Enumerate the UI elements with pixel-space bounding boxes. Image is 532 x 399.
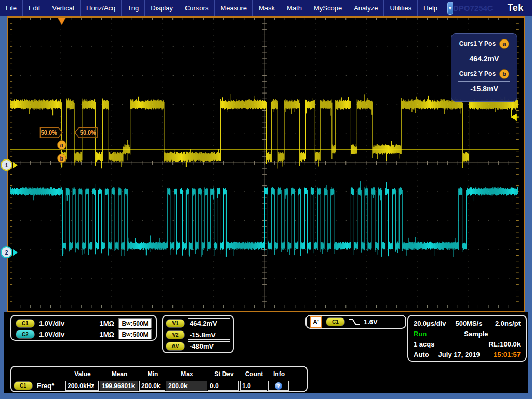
trigger-a-label[interactable]: A' <box>310 316 322 328</box>
v1-value: 464.2mV <box>188 318 230 328</box>
col-header-max: Max <box>166 370 208 378</box>
bw-value: :500M <box>131 320 149 327</box>
trigger-position-marker[interactable] <box>58 18 66 25</box>
menu-vertical[interactable]: Vertical <box>46 0 81 16</box>
menu-bar: File Edit Vertical Horiz/Acq Trig Displa… <box>0 0 532 16</box>
meas-value: 200.0kHz <box>65 381 99 391</box>
trigger-source-badge[interactable]: C1 <box>326 317 345 326</box>
bw-sub: W <box>126 332 131 337</box>
scope-model-watermark: DPO7254C <box>453 4 493 12</box>
clock: 15:01:57 <box>494 351 521 358</box>
ch2-waveform <box>11 181 518 257</box>
ch2-scale: 1.0V/div <box>39 330 64 338</box>
menu-display[interactable]: Display <box>145 0 179 16</box>
meas-source-badge[interactable]: C1 <box>14 381 33 390</box>
measurement-table: Value Mean Min Max St Dev Count Info C1 … <box>10 366 308 392</box>
col-header-stdev: St Dev <box>208 370 240 378</box>
menu-edit[interactable]: Edit <box>23 0 46 16</box>
cursor-readout-panel: Curs1 Y Pos a 464.2mV Curs2 Y Pos b -15.… <box>451 33 517 102</box>
menu-help[interactable]: Help <box>418 0 443 16</box>
delta-v-value: -480mV <box>188 341 230 351</box>
bw-value: :500M <box>131 331 149 338</box>
meas-count: 1.0 <box>240 381 267 391</box>
ch2-ground-marker[interactable]: 2 <box>1 246 18 258</box>
ch2-bandwidth-field[interactable]: BW:500M <box>118 329 152 339</box>
delta-v-badge: ΔV <box>166 342 185 351</box>
v1-badge: V1 <box>166 319 185 328</box>
trigger-mode: Auto <box>414 351 429 358</box>
divider <box>458 81 510 82</box>
meas-name: Freq* <box>37 382 54 390</box>
menu-utilities[interactable]: Utilities <box>384 0 418 16</box>
ch1-scale: 1.0V/div <box>39 320 64 327</box>
ch1-settings-row: C1 1.0V/div 1MΩ BW:500M <box>16 318 152 329</box>
trigger-status-box: A' C1 1.6V <box>305 315 406 329</box>
menu-myscope[interactable]: MyScope <box>308 0 348 16</box>
ref-level-tag-left-label: 50.0% <box>41 129 57 136</box>
ch2-settings-row: C2 1.0V/div 1MΩ BW:500M <box>16 329 152 340</box>
ch2-impedance: 1MΩ <box>100 330 114 338</box>
falling-edge-icon <box>349 318 360 326</box>
cursor-b-badge: b <box>499 69 509 79</box>
cursor-values-box: V1 464.2mV V2 -15.8mV ΔV -480mV <box>162 315 234 353</box>
chevron-down-icon: ▼ <box>448 6 453 11</box>
channel-settings-box: C1 1.0V/div 1MΩ BW:500M C2 1.0V/div 1MΩ … <box>10 315 157 341</box>
ch1-ground-marker[interactable]: 1 <box>1 159 18 171</box>
tek-logo: Tek <box>508 3 524 14</box>
ch1-marker-arrow-icon <box>13 162 18 168</box>
col-header-mean: Mean <box>100 370 139 378</box>
waveform-display[interactable]: 50.0%50.0%ab <box>8 18 521 308</box>
menu-math[interactable]: Math <box>281 0 308 16</box>
acq-state: Run <box>414 330 427 338</box>
date: July 17, 2019 <box>438 351 480 358</box>
sample-resolution: 2.0ns/pt <box>495 320 521 327</box>
timebase: 20.0µs/div <box>414 320 446 327</box>
svg-text:b: b <box>60 155 64 162</box>
col-header-count: Count <box>240 370 268 378</box>
menu-horiz-acq[interactable]: Horiz/Acq <box>81 0 122 16</box>
info-icon[interactable]: ? <box>275 382 282 390</box>
menu-analyze[interactable]: Analyze <box>348 0 384 16</box>
graticule[interactable]: 50.0%50.0%ab <box>7 16 525 312</box>
svg-text:a: a <box>60 142 64 148</box>
timebase-acq-box: 20.0µs/div 500MS/s 2.0ns/pt Run Sample 1… <box>407 315 527 362</box>
meas-max: 200.0k <box>166 381 207 391</box>
v2-badge: V2 <box>166 330 185 339</box>
bw-text: B <box>122 331 126 338</box>
col-header-min: Min <box>139 370 166 378</box>
menu-trig[interactable]: Trig <box>122 0 145 16</box>
menu-dropdown-button[interactable]: ▼ <box>447 2 453 15</box>
menu-measure[interactable]: Measure <box>215 0 253 16</box>
bw-text: B <box>122 320 126 327</box>
sample-rate: 500MS/s <box>455 320 482 327</box>
curs2-label: Curs2 Y Pos <box>459 70 496 77</box>
curs2-value: -15.8mV <box>470 85 498 93</box>
ch2-marker-label: 2 <box>1 246 12 258</box>
ref-level-tag-right-label: 50.0% <box>80 129 96 136</box>
meas-min: 200.0k <box>139 381 165 391</box>
readout-area: C1 1.0V/div 1MΩ BW:500M C2 1.0V/div 1MΩ … <box>4 312 528 393</box>
curs1-label: Curs1 Y Pos <box>459 40 496 47</box>
v2-value: -15.8mV <box>188 330 230 340</box>
ch1-impedance: 1MΩ <box>100 320 114 327</box>
acq-count: 1 acqs <box>414 340 434 348</box>
divider <box>458 51 510 51</box>
meas-stdev: 0.0 <box>208 381 239 391</box>
menu-cursors[interactable]: Cursors <box>179 0 215 16</box>
menu-mask[interactable]: Mask <box>253 0 281 16</box>
col-header-info: Info <box>268 370 290 378</box>
menu-file[interactable]: File <box>0 0 23 16</box>
ch1-marker-label: 1 <box>1 159 12 171</box>
acq-mode: Sample <box>464 330 488 338</box>
ch2-marker-arrow-icon <box>13 249 18 256</box>
measurement-source: C1 Freq* <box>14 381 65 390</box>
ch2-button[interactable]: C2 <box>16 330 35 339</box>
meas-mean: 199.96801k <box>100 381 138 391</box>
col-header-value: Value <box>65 370 100 378</box>
cursor-a-badge: a <box>499 39 509 49</box>
trigger-level-arrow[interactable] <box>510 114 517 121</box>
meas-info-cell[interactable]: ? <box>268 381 289 391</box>
ch1-bandwidth-field[interactable]: BW:500M <box>118 318 152 328</box>
bw-sub: W <box>126 321 131 326</box>
ch1-button[interactable]: C1 <box>16 319 35 328</box>
